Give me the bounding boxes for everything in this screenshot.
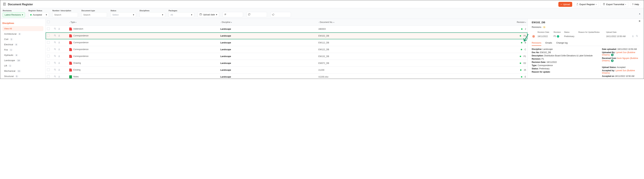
row-checkbox[interactable] [47, 27, 50, 30]
sidebar-item-landscape[interactable]: Landscape14 [2, 58, 44, 63]
col-revision[interactable]: Revision ▾ [445, 19, 528, 26]
count-badge: 4 [18, 33, 21, 35]
svg-point-11 [54, 69, 56, 70]
help-button[interactable]: ? Help [630, 2, 641, 7]
export-icon [576, 3, 578, 6]
export-transmittal-button[interactable]: Export Transmittal ▾ [600, 2, 628, 7]
chevron-down-icon: ▾ [46, 14, 47, 16]
svg-point-13 [636, 35, 637, 36]
revisions-filter[interactable]: Latest Revisions▾ [3, 12, 25, 17]
row-checkbox[interactable] [47, 34, 50, 37]
status-filter[interactable]: Select▾ [110, 12, 136, 17]
table-row[interactable]: CorrespondenceLandscapeEW122_DBC [46, 46, 528, 53]
table-row[interactable]: DrawingLandscapeEW072_DBD2 [46, 60, 528, 66]
download-icon[interactable] [632, 35, 634, 38]
search-icon[interactable] [54, 55, 56, 58]
disciplines-filter[interactable]: ▾ [140, 12, 165, 17]
download-icon[interactable] [58, 41, 60, 44]
row-checkbox[interactable] [47, 48, 50, 50]
select-all-checkbox[interactable] [47, 20, 50, 23]
sidebar-item-electrical[interactable]: Electrical4 [2, 42, 44, 47]
sidebar-item-architectural[interactable]: Architectural4 [2, 32, 44, 36]
register-status-filter[interactable]: Accepted ▾ [28, 12, 49, 17]
calendar-icon [200, 13, 202, 16]
radio-selected-icon[interactable] [532, 35, 535, 38]
filter-settings-button[interactable] [222, 12, 243, 17]
status-dot-icon [520, 69, 522, 71]
pdf-file-icon [69, 55, 72, 58]
status-dot-icon [521, 42, 522, 44]
doctype-search-input[interactable] [83, 14, 105, 16]
sidebar-item-structural[interactable]: Structural5 [2, 74, 44, 79]
download-icon[interactable] [58, 48, 60, 51]
tab-changelog[interactable]: Change log [556, 40, 568, 46]
table-row[interactable]: CorrespondenceLandscapeEW132_DBP1 [46, 53, 528, 60]
pdf-file-icon [69, 68, 72, 72]
status-dot-icon [521, 28, 522, 30]
row-checkbox[interactable] [47, 75, 50, 78]
sidebar-item-civil[interactable]: Civil1 [2, 37, 44, 42]
svg-point-8 [54, 48, 56, 50]
sidebar-item-mechanical[interactable]: Mechanical11 [2, 68, 44, 74]
export-register-button[interactable]: Export Register ▾ [574, 2, 599, 7]
svg-point-4 [225, 14, 225, 15]
row-checkbox[interactable] [47, 68, 50, 71]
col-discipline[interactable]: ↑ Discipline ▾ [219, 19, 317, 26]
filter-label: Packages [168, 10, 194, 12]
table-row[interactable]: NotesLandscapeA2200.xlsxE [46, 74, 528, 79]
search-icon[interactable] [636, 35, 638, 38]
count-badge: 4 [14, 44, 18, 46]
tab-emails[interactable]: Emails [546, 40, 552, 46]
refresh-button[interactable] [246, 12, 267, 17]
sidebar-item-view-all[interactable]: View All [2, 26, 44, 31]
download-icon[interactable] [58, 34, 60, 37]
row-checkbox[interactable] [47, 62, 50, 64]
search-icon[interactable] [54, 41, 56, 44]
download-icon[interactable] [58, 75, 60, 78]
col-docno[interactable]: ↑ Document No. ▾ [317, 19, 445, 26]
filter-label: Status [110, 10, 136, 12]
svg-point-7 [54, 42, 56, 43]
row-checkbox[interactable] [47, 41, 50, 44]
pdf-file-icon [69, 48, 72, 51]
sidebar-item-fire[interactable]: Fire1 [2, 47, 44, 52]
table-row[interactable]: CorrespondenceLandscapeEW112_DBB [46, 39, 528, 46]
download-icon[interactable] [58, 55, 60, 58]
download-icon[interactable] [58, 68, 60, 72]
search-icon[interactable] [54, 34, 56, 37]
search-icon[interactable] [54, 68, 56, 72]
reset-button[interactable] [270, 12, 291, 17]
status-dot-icon [521, 76, 522, 78]
download-icon[interactable] [58, 62, 60, 64]
number-search-input[interactable] [54, 14, 76, 16]
packages-filter[interactable]: All▾ [168, 12, 194, 17]
pdf-file-icon [69, 41, 72, 44]
table-row[interactable]: ExistingLandscapeA120025 [46, 66, 528, 74]
upload-button[interactable]: + Upload [558, 2, 572, 7]
sidebar-item-lift[interactable]: Lift1 [2, 63, 44, 68]
annotation-badge: 2 [611, 60, 614, 62]
collapse-filters-button[interactable]: ▴ [639, 12, 640, 15]
table-row[interactable]: CorrespondenceLandscapeEW102_DBP1 [46, 32, 528, 39]
tab-revisions[interactable]: Revisions [532, 40, 541, 46]
table-row[interactable]: AddendumLandscapeAB00032 [46, 26, 528, 32]
search-icon[interactable] [54, 62, 56, 64]
search-icon[interactable] [54, 28, 56, 30]
chevron-down-icon: ▾ [216, 13, 217, 16]
search-icon[interactable] [54, 75, 56, 78]
filter-label: Revisions [3, 10, 25, 12]
document-export-icon [603, 3, 605, 6]
row-checkbox[interactable] [47, 55, 50, 58]
svg-point-12 [54, 76, 56, 77]
filter-label: Number / description [52, 10, 78, 12]
sidebar-item-hydraulic[interactable]: Hydraulic4 [2, 52, 44, 58]
detail-panel: × EW102_DB Revisions 1 Revision Date Rev… [528, 19, 644, 78]
undo-icon [272, 13, 274, 16]
col-type[interactable]: ↑ Type ▾ [68, 19, 219, 26]
search-icon[interactable] [54, 48, 56, 51]
count-badge: 14 [16, 59, 21, 62]
upload-date-filter[interactable]: Upload date ▾ [198, 12, 219, 17]
download-icon[interactable] [58, 28, 60, 30]
revision-row[interactable]: 18/11/2022 P1✓ Preliminary 18/11/2022 10… [532, 34, 640, 39]
close-icon[interactable]: × [638, 19, 640, 23]
